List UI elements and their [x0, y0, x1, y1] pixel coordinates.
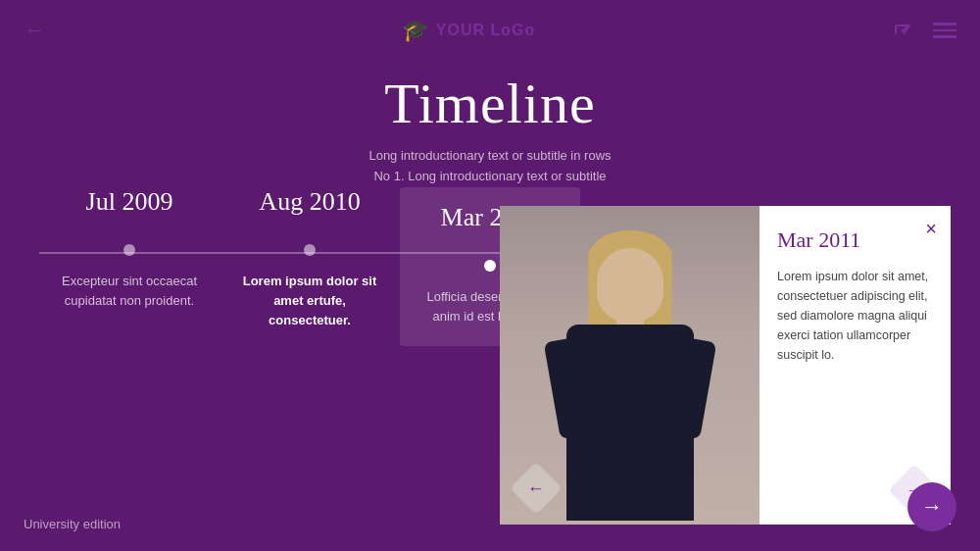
timeline-text-2: Lorem ipsum dolor sit amet ertufe, conse… [231, 272, 388, 330]
fig-face [597, 248, 663, 322]
photo-panel: ← [500, 206, 760, 525]
timeline-text-1: Excepteur sint occaecat cupidatat non pr… [51, 272, 208, 311]
back-button[interactable]: ← [24, 18, 45, 43]
page-title: Timeline [0, 61, 980, 136]
overlay-container: ← × Mar 2011 Lorem ipsum dolor sit amet,… [500, 206, 980, 525]
timeline-item-1[interactable]: Jul 2009 Excepteur sint occaecat cupidat… [39, 187, 220, 346]
subtitle-line2: No 1. Long introductionary text or subti… [0, 167, 980, 187]
timeline-dot-3 [484, 260, 496, 272]
detail-close-button[interactable]: × [925, 218, 937, 240]
photo-nav-left-arrow: ← [527, 478, 545, 499]
header: ← 🎓 YOUR LoGo [0, 0, 980, 61]
fig-body [566, 325, 694, 521]
footer-label: University edition [24, 517, 121, 531]
timeline-dot-1 [123, 244, 135, 256]
share-icon[interactable] [892, 18, 913, 44]
header-right [892, 18, 956, 44]
menu-icon[interactable] [933, 23, 956, 38]
logo-area: 🎓 YOUR LoGo [402, 18, 535, 43]
timeline-date-2: Aug 2010 [259, 187, 360, 217]
timeline-item-2[interactable]: Aug 2010 Lorem ipsum dolor sit amet ertu… [220, 187, 400, 346]
detail-text: Lorem ipsum dolor sit amet, consectetuer… [777, 267, 933, 460]
subtitle: Long introductionary text or subtitle in… [0, 146, 980, 187]
circle-next-arrow: → [921, 494, 943, 520]
timeline-dot-2 [304, 244, 316, 256]
circle-next-button[interactable]: → [907, 482, 956, 531]
detail-date: Mar 2011 [777, 227, 933, 253]
subtitle-line1: Long introductionary text or subtitle in… [0, 146, 980, 167]
logo-text: YOUR LoGo [436, 22, 535, 39]
main-content: Timeline Long introductionary text or su… [0, 61, 980, 551]
timeline-date-1: Jul 2009 [86, 187, 173, 217]
detail-panel: × Mar 2011 Lorem ipsum dolor sit amet, c… [760, 206, 951, 525]
logo-icon: 🎓 [402, 18, 428, 43]
photo-bg: ← [500, 206, 760, 525]
